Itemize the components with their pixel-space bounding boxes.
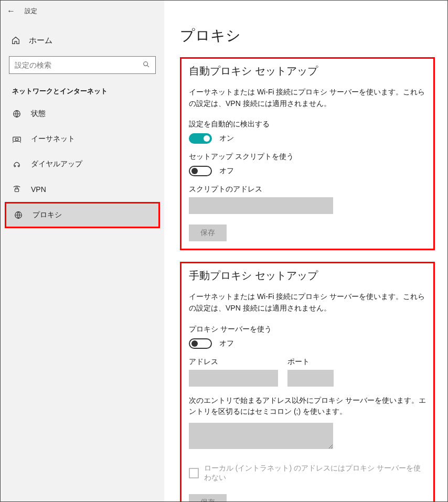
svg-point-7 xyxy=(14,165,16,167)
address-label: アドレス xyxy=(189,357,278,367)
auto-title: 自動プロキシ セットアップ xyxy=(189,64,426,78)
detect-label: 設定を自動的に検出する xyxy=(189,120,426,129)
detect-state: オン xyxy=(219,134,234,143)
script-state: オフ xyxy=(219,166,234,176)
svg-rect-4 xyxy=(15,138,18,141)
ethernet-icon xyxy=(12,134,22,144)
home-icon xyxy=(11,36,20,45)
nav-label: ダイヤルアップ xyxy=(31,159,82,169)
home-label: ホーム xyxy=(29,36,52,46)
nav-label: プロキシ xyxy=(33,210,62,220)
highlight-proxy: プロキシ xyxy=(5,202,160,228)
toggle-use-proxy[interactable] xyxy=(189,338,212,349)
sidebar-item-proxy[interactable]: プロキシ xyxy=(6,204,158,227)
topbar: ← 設定 xyxy=(1,1,164,22)
svg-rect-3 xyxy=(13,137,20,141)
proxy-icon xyxy=(14,210,23,220)
sidebar: ← 設定 ホーム ネットワークとインターネット 状態 イーサネット ダイヤルアッ… xyxy=(1,1,164,501)
nav-label: VPN xyxy=(31,185,46,194)
sidebar-category: ネットワークとインターネット xyxy=(1,81,164,101)
manual-save-button[interactable]: 保存 xyxy=(189,494,227,502)
sidebar-item-home[interactable]: ホーム xyxy=(1,29,164,52)
port-input[interactable] xyxy=(287,370,334,387)
port-label: ポート xyxy=(287,357,334,367)
local-bypass-checkbox[interactable] xyxy=(189,468,199,478)
exceptions-input[interactable] xyxy=(189,423,333,449)
manual-desc: イーサネットまたは Wi-Fi 接続にプロキシ サーバーを使います。これらの設定… xyxy=(189,291,426,314)
auto-desc: イーサネットまたは Wi-Fi 接続にプロキシ サーバーを使います。これらの設定… xyxy=(189,87,426,109)
manual-title: 手動プロキシ セットアップ xyxy=(189,269,426,283)
back-icon[interactable]: ← xyxy=(7,6,15,16)
svg-rect-9 xyxy=(15,189,18,191)
svg-point-0 xyxy=(144,61,148,66)
search-icon xyxy=(143,61,150,70)
search-input[interactable] xyxy=(9,56,156,74)
svg-point-8 xyxy=(18,165,19,167)
toggle-setup-script[interactable] xyxy=(189,166,212,176)
exceptions-label: 次のエントリで始まるアドレス以外にプロキシ サーバーを使います。エントリを区切る… xyxy=(189,395,426,418)
section-auto-proxy: 自動プロキシ セットアップ イーサネットまたは Wi-Fi 接続にプロキシ サー… xyxy=(180,57,435,250)
page-title: プロキシ xyxy=(180,26,435,46)
sidebar-item-dialup[interactable]: ダイヤルアップ xyxy=(1,152,164,177)
vpn-icon xyxy=(12,185,22,194)
toggle-auto-detect[interactable] xyxy=(189,133,212,144)
local-bypass-label: ローカル (イントラネット) のアドレスにはプロキシ サーバーを使わない xyxy=(204,464,426,483)
script-label: セットアップ スクリプトを使う xyxy=(189,152,426,162)
search-field[interactable] xyxy=(15,61,143,69)
nav-label: 状態 xyxy=(31,109,46,119)
dialup-icon xyxy=(12,159,22,169)
sidebar-item-vpn[interactable]: VPN xyxy=(1,177,164,202)
section-manual-proxy: 手動プロキシ セットアップ イーサネットまたは Wi-Fi 接続にプロキシ サー… xyxy=(180,262,435,502)
use-proxy-state: オフ xyxy=(219,339,234,348)
main-content: プロキシ 自動プロキシ セットアップ イーサネットまたは Wi-Fi 接続にプロ… xyxy=(164,1,447,501)
window-title: 設定 xyxy=(25,7,37,16)
script-address-input[interactable] xyxy=(189,197,333,214)
svg-line-1 xyxy=(147,65,149,67)
sidebar-item-status[interactable]: 状態 xyxy=(1,101,164,126)
sidebar-item-ethernet[interactable]: イーサネット xyxy=(1,126,164,152)
address-input[interactable] xyxy=(189,370,278,387)
nav-label: イーサネット xyxy=(31,134,75,144)
status-icon xyxy=(12,109,22,119)
script-addr-label: スクリプトのアドレス xyxy=(189,185,426,194)
auto-save-button[interactable]: 保存 xyxy=(189,225,227,241)
use-proxy-label: プロキシ サーバーを使う xyxy=(189,325,426,334)
